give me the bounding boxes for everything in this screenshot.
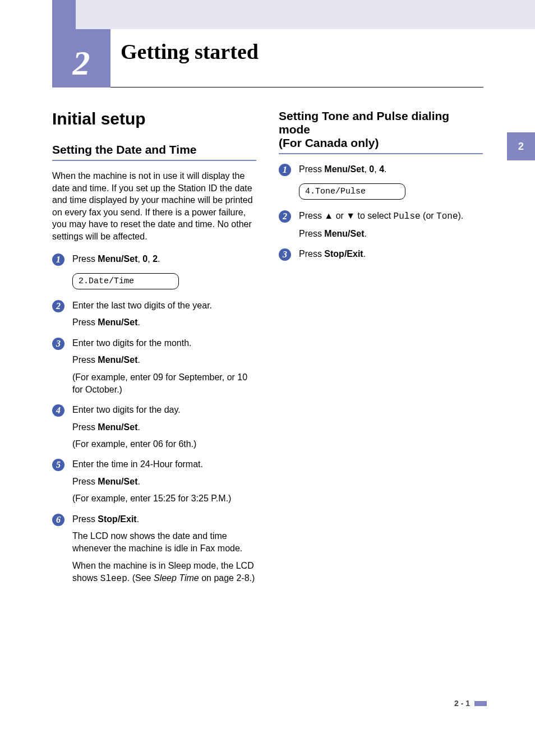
left-column: Initial setup Setting the Date and Time … — [52, 109, 256, 593]
step-1-right: 1 Press Menu/Set, 0, 4. 4.Tone/Pulse — [279, 163, 483, 202]
subsection-heading-tone-pulse: Setting Tone and Pulse dialing mode (For… — [279, 109, 483, 154]
step-text: Press Menu/Set. — [72, 421, 256, 434]
step-text: Enter two digits for the day. — [72, 404, 256, 416]
step-body: Enter two digits for the day. Press Menu… — [72, 404, 256, 450]
step-text: Press Menu/Set, 0, 4. — [299, 163, 483, 176]
step-1: 1 Press Menu/Set, 0, 2. 2.Date/Time — [52, 253, 256, 292]
section-heading: Initial setup — [52, 109, 256, 128]
step-text: Press Menu/Set. — [72, 316, 256, 329]
step-body: Press Menu/Set, 0, 2. 2.Date/Time — [72, 253, 256, 292]
footer-accent-bar — [474, 701, 487, 706]
step-2: 2 Enter the last two digits of the year.… — [52, 299, 256, 329]
step-text: Enter two digits for the month. — [72, 337, 256, 349]
step-text: Press Menu/Set. — [299, 228, 483, 240]
lcd-display: 2.Date/Time — [72, 273, 179, 289]
step-number-icon: 5 — [52, 459, 64, 471]
step-5: 5 Enter the time in 24-Hour format. Pres… — [52, 458, 256, 505]
step-text: Press ▲ or ▼ to select Pulse (or Tone). — [299, 210, 483, 223]
step-text: Enter the time in 24-Hour format. — [72, 458, 256, 471]
step-body: Press Stop/Exit. The LCD now shows the d… — [72, 513, 256, 586]
step-text: Press Menu/Set. — [72, 476, 256, 488]
step-text: The LCD now shows the date and time when… — [72, 530, 256, 555]
step-body: Enter two digits for the month. Press Me… — [72, 337, 256, 397]
step-4: 4 Enter two digits for the day. Press Me… — [52, 404, 256, 450]
top-tab — [52, 0, 76, 29]
step-text: Enter the last two digits of the year. — [72, 299, 256, 312]
step-number-icon: 2 — [52, 300, 64, 312]
step-number-icon: 3 — [52, 338, 64, 350]
page-number: 2 - 1 — [454, 699, 470, 708]
top-bar — [76, 0, 535, 29]
step-number-icon: 1 — [279, 164, 291, 176]
step-3: 3 Enter two digits for the month. Press … — [52, 337, 256, 397]
page-footer: 2 - 1 — [454, 699, 487, 708]
step-example: (For example, enter 06 for 6th.) — [72, 438, 256, 450]
step-body: Press Menu/Set, 0, 4. 4.Tone/Pulse — [299, 163, 483, 202]
chapter-number-block: 2 — [52, 29, 110, 87]
step-body: Enter the time in 24-Hour format. Press … — [72, 458, 256, 505]
lcd-display: 4.Tone/Pulse — [299, 183, 405, 200]
content-area: Initial setup Setting the Date and Time … — [52, 109, 483, 593]
step-body: Press Stop/Exit. — [299, 248, 483, 260]
step-text: Press Menu/Set. — [72, 354, 256, 366]
step-number-icon: 6 — [52, 514, 64, 526]
step-number-icon: 4 — [52, 404, 64, 417]
step-body: Enter the last two digits of the year. P… — [72, 299, 256, 329]
step-number-icon: 2 — [279, 210, 291, 223]
step-6: 6 Press Stop/Exit. The LCD now shows the… — [52, 513, 256, 586]
step-text: Press Menu/Set, 0, 2. — [72, 253, 256, 265]
step-number-icon: 3 — [279, 248, 291, 261]
chapter-underline — [110, 87, 483, 87]
page-side-tab: 2 — [507, 132, 535, 160]
step-example: (For example, enter 09 for September, or… — [72, 371, 256, 397]
intro-paragraph: When the machine is not in use it will d… — [52, 170, 256, 243]
step-number-icon: 1 — [52, 253, 64, 266]
step-3-right: 3 Press Stop/Exit. — [279, 248, 483, 261]
chapter-number: 2 — [73, 43, 90, 83]
step-example: (For example, enter 15:25 for 3:25 P.M.) — [72, 492, 256, 505]
step-text: Press Stop/Exit. — [299, 248, 483, 260]
step-text: Press Stop/Exit. — [72, 513, 256, 525]
chapter-title: Getting started — [121, 39, 259, 64]
right-column: Setting Tone and Pulse dialing mode (For… — [279, 109, 483, 593]
step-body: Press ▲ or ▼ to select Pulse (or Tone). … — [299, 210, 483, 240]
step-text: When the machine is in Sleep mode, the L… — [72, 560, 256, 586]
step-2-right: 2 Press ▲ or ▼ to select Pulse (or Tone)… — [279, 210, 483, 240]
page-side-tab-label: 2 — [518, 141, 524, 153]
subsection-heading-date-time: Setting the Date and Time — [52, 143, 256, 161]
